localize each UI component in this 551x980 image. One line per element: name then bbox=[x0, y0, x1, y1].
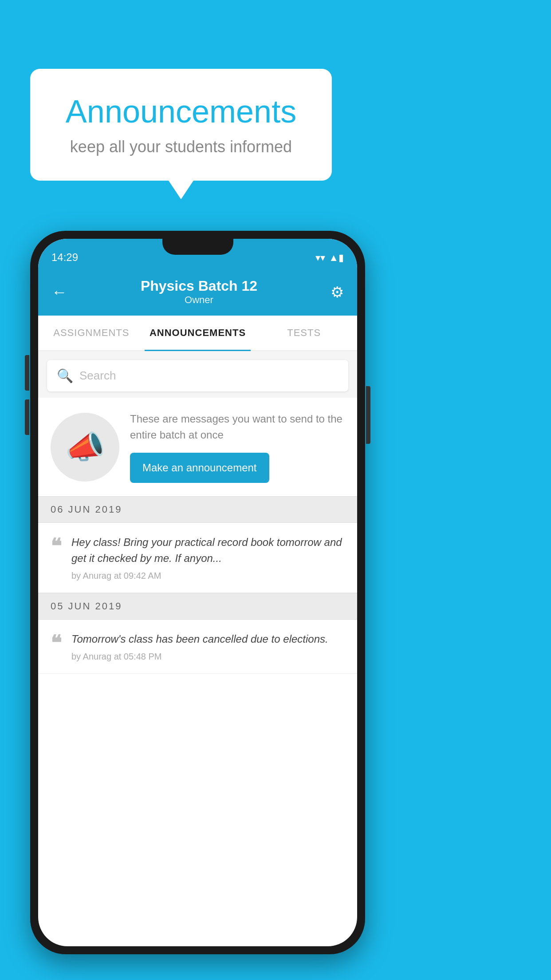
promo-description: These are messages you want to send to t… bbox=[130, 411, 345, 443]
header-center: Physics Batch 12 Owner bbox=[141, 278, 257, 306]
make-announcement-button[interactable]: Make an announcement bbox=[130, 453, 269, 483]
header-title: Physics Batch 12 bbox=[141, 278, 257, 294]
phone-screen: 14:29 ▾▾ ▲▮ ← Physics Batch 12 Owner ⚙ A… bbox=[38, 239, 357, 946]
content-area: 🔍 Search 📣 These are messages you want t… bbox=[38, 351, 357, 674]
announcement-meta-2: by Anurag at 05:48 PM bbox=[71, 652, 345, 662]
tab-tests[interactable]: TESTS bbox=[251, 316, 357, 350]
header-subtitle: Owner bbox=[141, 294, 257, 306]
settings-gear-icon[interactable]: ⚙ bbox=[331, 283, 344, 301]
power-button[interactable] bbox=[366, 386, 370, 444]
status-time: 14:29 bbox=[51, 251, 78, 264]
tabs-bar: ASSIGNMENTS ANNOUNCEMENTS TESTS bbox=[38, 316, 357, 351]
megaphone-icon: 📣 bbox=[65, 428, 105, 466]
tab-announcements[interactable]: ANNOUNCEMENTS bbox=[145, 316, 251, 350]
announcement-text-2: Tomorrow's class has been cancelled due … bbox=[71, 631, 345, 647]
bubble-subtitle: keep all your students informed bbox=[57, 138, 305, 156]
announcement-content-2: Tomorrow's class has been cancelled due … bbox=[71, 631, 345, 662]
back-button[interactable]: ← bbox=[51, 283, 67, 301]
speech-bubble: Announcements keep all your students inf… bbox=[30, 69, 332, 181]
announcement-item-2[interactable]: ❝ Tomorrow's class has been cancelled du… bbox=[38, 620, 357, 674]
date-separator-2: 05 JUN 2019 bbox=[38, 593, 357, 620]
wifi-icon: ▾▾ bbox=[315, 252, 325, 264]
volume-down-button[interactable] bbox=[25, 399, 29, 435]
promo-section: 📣 These are messages you want to send to… bbox=[38, 398, 357, 496]
announcement-item-1[interactable]: ❝ Hey class! Bring your practical record… bbox=[38, 523, 357, 593]
promo-right: These are messages you want to send to t… bbox=[130, 411, 345, 483]
signal-icon: ▲▮ bbox=[329, 252, 344, 264]
search-bar[interactable]: 🔍 Search bbox=[47, 360, 348, 391]
quote-icon-1: ❝ bbox=[51, 536, 62, 557]
status-icons: ▾▾ ▲▮ bbox=[315, 252, 344, 264]
announcement-meta-1: by Anurag at 09:42 AM bbox=[71, 571, 345, 581]
announcement-text-1: Hey class! Bring your practical record b… bbox=[71, 534, 345, 566]
search-icon: 🔍 bbox=[57, 368, 73, 383]
volume-up-button[interactable] bbox=[25, 355, 29, 391]
search-placeholder-text: Search bbox=[79, 369, 116, 383]
announcement-promo-icon: 📣 bbox=[51, 413, 119, 482]
app-header: ← Physics Batch 12 Owner ⚙ bbox=[38, 270, 357, 316]
quote-icon-2: ❝ bbox=[51, 633, 62, 653]
bubble-title: Announcements bbox=[57, 93, 305, 130]
phone-frame: 14:29 ▾▾ ▲▮ ← Physics Batch 12 Owner ⚙ A… bbox=[30, 231, 365, 954]
speech-bubble-container: Announcements keep all your students inf… bbox=[30, 69, 332, 181]
date-separator-1: 06 JUN 2019 bbox=[38, 496, 357, 523]
tab-assignments[interactable]: ASSIGNMENTS bbox=[38, 316, 145, 350]
announcement-content-1: Hey class! Bring your practical record b… bbox=[71, 534, 345, 581]
phone-notch bbox=[162, 239, 233, 255]
